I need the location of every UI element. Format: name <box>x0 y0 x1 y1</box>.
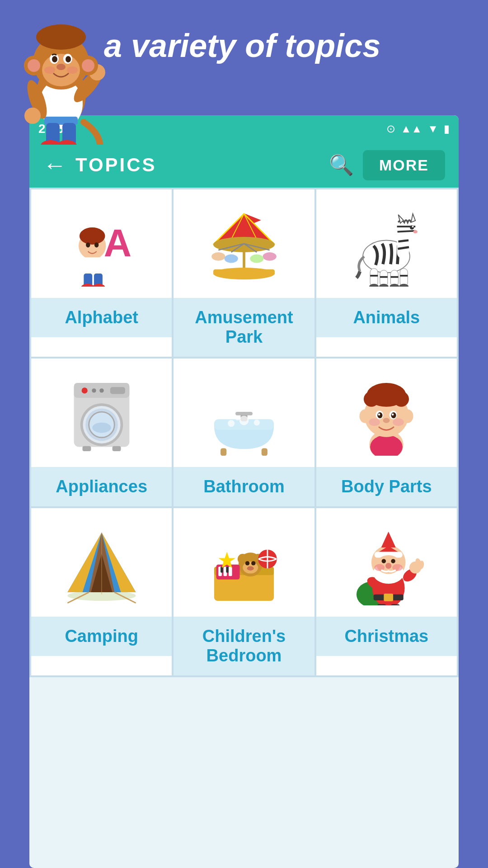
topic-item-bathroom[interactable]: Bathroom <box>174 359 314 506</box>
svg-point-22 <box>67 66 78 74</box>
svg-point-109 <box>378 413 380 415</box>
svg-point-50 <box>211 252 225 261</box>
svg-point-20 <box>56 64 66 70</box>
topic-label-bathroom: Bathroom <box>174 467 314 506</box>
svg-point-19 <box>66 56 71 62</box>
topic-image-camping <box>31 508 172 617</box>
svg-point-103 <box>364 392 379 407</box>
svg-point-162 <box>393 564 403 571</box>
topic-image-appliances <box>31 359 172 467</box>
svg-point-87 <box>92 423 111 433</box>
svg-point-159 <box>382 559 386 563</box>
svg-rect-92 <box>262 448 267 456</box>
svg-rect-68 <box>400 269 408 287</box>
topic-item-camping[interactable]: Camping <box>31 508 172 675</box>
svg-point-112 <box>393 418 404 426</box>
battery-icon: ▮ <box>444 123 450 135</box>
svg-marker-154 <box>381 532 396 547</box>
svg-rect-82 <box>110 387 125 394</box>
svg-point-104 <box>394 392 409 407</box>
svg-point-51 <box>263 252 277 261</box>
svg-rect-88 <box>82 446 91 451</box>
notification-icon: ⊙ <box>386 123 395 135</box>
svg-point-96 <box>239 416 249 425</box>
topics-grid: A <box>29 188 459 677</box>
topic-label-childrens-bedroom: Children's Bedroom <box>174 617 314 675</box>
topic-label-camping: Camping <box>31 617 172 656</box>
svg-point-18 <box>52 56 57 62</box>
svg-point-160 <box>391 559 395 563</box>
search-icon[interactable]: 🔍 <box>329 153 354 177</box>
svg-rect-164 <box>377 604 387 605</box>
svg-point-62 <box>410 225 414 229</box>
svg-point-108 <box>391 412 396 418</box>
topic-item-childrens-bedroom[interactable]: Children's Bedroom <box>174 508 314 675</box>
svg-point-110 <box>392 413 394 415</box>
svg-rect-65 <box>370 269 378 287</box>
svg-point-161 <box>375 564 385 571</box>
svg-point-12 <box>28 59 40 72</box>
toolbar-title: TOPICS <box>75 154 320 176</box>
svg-point-53 <box>250 255 263 263</box>
svg-point-59 <box>395 221 417 240</box>
topic-image-alphabet: A <box>31 189 172 298</box>
svg-point-115 <box>402 409 413 423</box>
topic-image-childrens-bedroom <box>174 508 314 617</box>
svg-point-114 <box>360 409 371 423</box>
svg-rect-91 <box>221 448 226 456</box>
topic-item-body-parts[interactable]: Body Parts <box>316 359 457 506</box>
monkey-mascot <box>14 0 108 145</box>
svg-point-8 <box>24 108 41 124</box>
svg-rect-137 <box>229 566 232 576</box>
svg-point-133 <box>247 566 254 571</box>
topic-image-christmas <box>316 508 457 617</box>
svg-rect-89 <box>112 446 121 451</box>
svg-point-29 <box>80 227 105 245</box>
svg-rect-139 <box>226 566 229 572</box>
topic-label-body-parts: Body Parts <box>316 467 457 506</box>
phone-screen: 2:45 ⊙ ▲▲ ▼ ▮ ← TOPICS 🔍 MORE A <box>29 115 459 868</box>
svg-point-31 <box>94 242 99 247</box>
svg-point-131 <box>245 561 249 565</box>
svg-point-95 <box>228 420 235 427</box>
svg-point-81 <box>99 388 103 392</box>
topic-label-animals: Animals <box>316 298 457 337</box>
svg-point-97 <box>254 420 260 425</box>
wifi-icon: ▼ <box>427 123 438 135</box>
svg-rect-146 <box>384 594 394 601</box>
svg-point-163 <box>385 563 391 569</box>
svg-point-14 <box>82 59 94 72</box>
svg-point-30 <box>86 242 90 247</box>
svg-point-21 <box>44 66 55 74</box>
svg-point-45 <box>213 237 275 252</box>
svg-text:A: A <box>103 222 131 264</box>
svg-point-107 <box>377 412 382 418</box>
svg-point-79 <box>81 387 87 393</box>
svg-point-98 <box>235 415 240 420</box>
svg-point-63 <box>412 226 414 227</box>
topic-image-animals <box>316 189 457 298</box>
topic-item-alphabet[interactable]: A <box>31 189 172 357</box>
back-button[interactable]: ← <box>43 151 66 179</box>
topic-image-bathroom <box>174 359 314 467</box>
svg-point-132 <box>251 561 255 565</box>
svg-point-111 <box>369 418 380 426</box>
topic-label-christmas: Christmas <box>316 617 457 656</box>
topic-item-animals[interactable]: Animals <box>316 189 457 357</box>
svg-marker-61 <box>411 214 415 222</box>
svg-rect-165 <box>391 604 400 605</box>
topic-image-body-parts <box>316 359 457 467</box>
topic-item-christmas[interactable]: Christmas <box>316 508 457 675</box>
svg-point-64 <box>413 230 418 234</box>
topic-item-appliances[interactable]: Appliances <box>31 359 172 506</box>
topic-label-alphabet: Alphabet <box>31 298 172 337</box>
header-text: a variety of topics <box>104 27 380 64</box>
svg-point-52 <box>225 255 238 263</box>
svg-point-23 <box>36 24 86 50</box>
status-icons: ⊙ ▲▲ ▼ ▮ <box>386 123 450 135</box>
svg-rect-55 <box>213 269 275 275</box>
more-button[interactable]: MORE <box>363 150 445 180</box>
svg-point-113 <box>383 418 390 423</box>
topic-label-appliances: Appliances <box>31 467 172 506</box>
topic-item-amusement-park[interactable]: Amusement Park <box>174 189 314 357</box>
